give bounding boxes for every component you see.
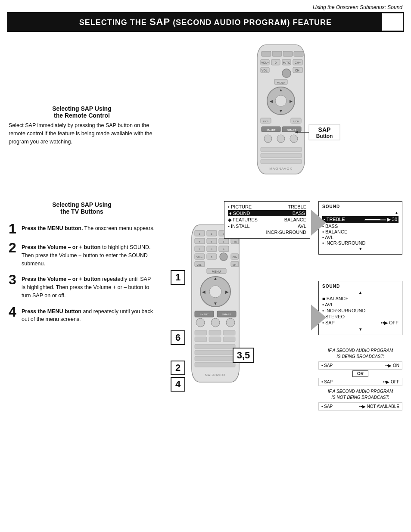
or-divider: OR: [318, 371, 402, 376]
sound2-balance: ■ BALANCE: [322, 296, 399, 301]
svg-point-21: [275, 95, 286, 106]
main-menu-panel: • PICTURETREBLE ♦ SOUNDBASS ◆ FEATURESBA…: [224, 201, 310, 239]
svg-rect-95: [209, 330, 221, 335]
svg-text:▲: ▲: [213, 276, 218, 281]
step-item-2: 2 Press the Volume – or + button to high…: [9, 241, 155, 268]
svg-text:◀: ◀: [202, 289, 206, 294]
menu-row-incr: INCR·SURROUND: [228, 230, 306, 235]
svg-text:SMART: SMART: [222, 313, 231, 316]
svg-rect-39: [261, 159, 302, 164]
svg-point-82: [209, 286, 221, 298]
tv-buttons-heading: Selecting SAP Using the TV Buttons: [9, 201, 155, 215]
svg-point-34: [264, 135, 272, 143]
tv-remote-bottom-svg: 1 2 3 4 5 6 Fav 7: [185, 223, 250, 395]
title-text: Selecting the SAP (Second Audio Program)…: [79, 18, 332, 27]
sound-incr-row: • INCR·SURROUND: [322, 240, 399, 246]
svg-text:▶: ▶: [225, 289, 229, 294]
svg-text:VOL-: VOL-: [262, 69, 269, 72]
step-text-2: Press the Volume – or + button to highli…: [22, 241, 155, 268]
header-subtitle: Using the Onscreen Submenus: Sound: [313, 4, 402, 10]
svg-point-35: [277, 135, 285, 143]
svg-text:VOL-: VOL-: [197, 264, 202, 266]
step-number-4: 4: [9, 305, 18, 319]
menu-arrow-2: [311, 305, 326, 330]
svg-text:◀: ◀: [270, 99, 273, 103]
sap-off-row: • SAP ••▶ OFF: [318, 378, 402, 386]
step-item-4: 4 Press the MENU button and repeatedly u…: [9, 305, 155, 324]
step-text-1: Press the MENU button. The onscreen menu…: [22, 222, 155, 233]
svg-text:▼: ▼: [213, 301, 218, 306]
svg-rect-97: [195, 337, 207, 342]
step-badge-2: 2: [171, 361, 185, 375]
svg-rect-38: [261, 153, 302, 158]
svg-text:VOL+: VOL+: [261, 61, 269, 64]
sap-on-row: • SAP ••▶ ON: [318, 361, 402, 370]
section-remote-control: Selecting SAP Using the Remote Control S…: [9, 36, 402, 187]
section-divider: [9, 194, 402, 194]
svg-text:▼: ▼: [279, 109, 283, 113]
svg-text:M/TC: M/TC: [283, 61, 290, 64]
step-badge-6: 6: [171, 330, 185, 345]
step-text-4: Press the MENU button and repeatedly unt…: [22, 305, 155, 324]
tv-buttons-text: Selecting SAP Using the TV Buttons 1 Pre…: [9, 201, 155, 408]
sap-not-broadcast-label: IF A SECOND AUDIO PROGRAMIS NOT BEING BR…: [318, 389, 402, 401]
sap-status-section: IF A SECOND AUDIO PROGRAMIS BEING BROADC…: [318, 348, 402, 411]
svg-text:CH+: CH+: [232, 256, 237, 258]
sound-panel-1: SOUND ▲ • TREBLE ▶ 30 • BASS • BALANCE •…: [318, 201, 402, 255]
svg-text:A/CH: A/CH: [293, 120, 299, 123]
svg-rect-3: [283, 51, 293, 56]
svg-text:CH-: CH-: [233, 264, 237, 266]
svg-rect-94: [195, 330, 207, 335]
svg-text:▲: ▲: [279, 88, 283, 92]
svg-text:Button: Button: [316, 133, 333, 139]
svg-rect-101: [195, 350, 235, 355]
sound-bass-row: • BASS: [322, 224, 399, 229]
sound-balance-row: • BALANCE: [322, 229, 399, 234]
sound-up-arrow: ▲: [322, 211, 399, 215]
svg-point-92: [211, 318, 220, 327]
svg-rect-102: [195, 356, 235, 361]
sound2-avl: • AVL: [322, 302, 399, 307]
svg-rect-2: [272, 51, 282, 56]
remote-illustration: VOL+ 0 M/TC CH+ VOL- CH- MENU: [164, 36, 402, 187]
menu-row-sound: ♦ SOUNDBASS: [228, 210, 306, 216]
step-badge-1: 1: [171, 270, 185, 285]
sound-down-arrow: ▾: [322, 246, 399, 252]
tv-buttons-illustration: • PICTURETREBLE ♦ SOUNDBASS ◆ FEATURESBA…: [164, 201, 402, 408]
sound2-up-arrow: ▲: [322, 290, 399, 295]
svg-text:MENU: MENU: [212, 270, 221, 273]
step-number-2: 2: [9, 241, 18, 255]
svg-text:MAGNAVOX: MAGNAVOX: [269, 167, 293, 171]
svg-text:Fav: Fav: [233, 240, 237, 243]
svg-text:0: 0: [275, 61, 277, 64]
svg-rect-99: [223, 337, 235, 342]
step-number-1: 1: [9, 222, 18, 236]
svg-point-93: [226, 318, 235, 327]
svg-text:0: 0: [211, 256, 212, 258]
step-text-3: Press the Volume – or + button repeatedl…: [22, 273, 155, 299]
svg-text:CH-: CH-: [295, 69, 301, 72]
step-item-1: 1 Press the MENU button. The onscreen me…: [9, 222, 155, 236]
svg-text:VOL+: VOL+: [196, 256, 202, 258]
svg-rect-103: [195, 362, 235, 367]
svg-rect-1: [262, 51, 271, 56]
svg-text:SAP: SAP: [318, 126, 331, 133]
svg-point-15: [282, 69, 291, 78]
step-list: 1 Press the MENU button. The onscreen me…: [9, 222, 155, 324]
sound2-stereo: • STEREO: [322, 314, 399, 319]
remote-control-text: Selecting SAP Using the Remote Control S…: [9, 36, 155, 187]
svg-rect-37: [261, 147, 302, 152]
svg-text:MAGNAVOX: MAGNAVOX: [205, 373, 226, 376]
svg-rect-100: [195, 344, 235, 349]
menu-row-picture: • PICTURETREBLE: [228, 204, 306, 209]
step-badge-35: 3,5: [233, 348, 254, 363]
sound-panel-1-title: SOUND: [322, 204, 399, 209]
svg-point-72: [220, 253, 227, 261]
title-banner-text: Selecting the SAP (Second Audio Program)…: [79, 16, 332, 28]
step-number-3: 3: [9, 273, 18, 286]
remote-body-text: Select SAP immediately by pressing the S…: [9, 121, 155, 146]
svg-rect-98: [209, 337, 221, 342]
svg-text:SMART: SMART: [200, 313, 209, 316]
section-tv-buttons: Selecting SAP Using the TV Buttons 1 Pre…: [9, 201, 402, 408]
svg-point-36: [290, 135, 298, 143]
